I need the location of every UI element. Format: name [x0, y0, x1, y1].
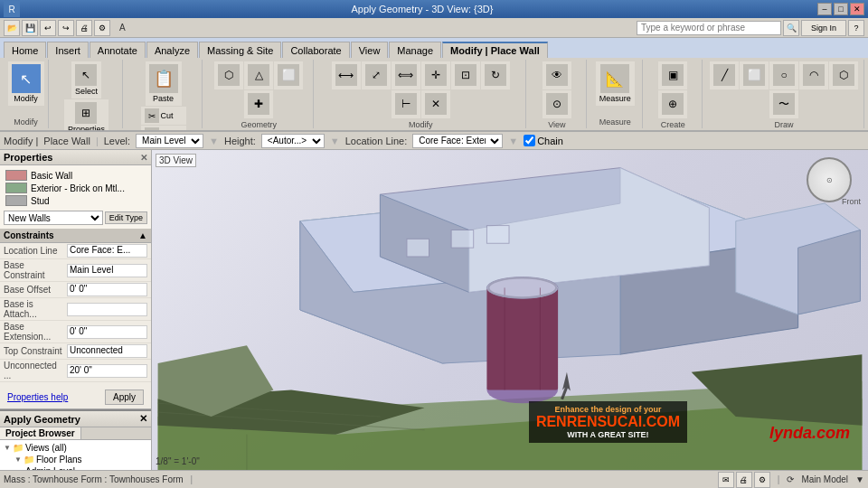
geo-btn3[interactable]: ⬜ [274, 61, 303, 89]
tab-modify-place-wall[interactable]: Modify | Place Wall [442, 42, 548, 58]
tab-view[interactable]: View [351, 42, 389, 58]
delete-btn[interactable]: ✕ [421, 90, 450, 118]
level-select[interactable]: Main Level [136, 134, 203, 148]
edit-type-btn[interactable]: Edit Type [105, 211, 147, 224]
help-btn[interactable]: ? [848, 20, 864, 36]
view-btn2[interactable]: ⊙ [542, 90, 571, 118]
minimize-btn[interactable]: – [817, 3, 832, 15]
draw-spline-btn[interactable]: 〜 [769, 90, 798, 118]
apply-button[interactable]: Apply [105, 389, 144, 405]
view-icon1: 👁 [546, 64, 568, 86]
trim-btn[interactable]: ⊢ [392, 90, 420, 118]
cope-btn[interactable]: © Cope [141, 126, 186, 132]
modify2-buttons: ⟷ ⤢ ⟺ ✛ ⊡ ↻ ⊢ ✕ [319, 61, 522, 118]
viewport-nav-widget[interactable]: ⊙ Front [807, 157, 861, 211]
create-btn2[interactable]: ⊕ [658, 90, 687, 118]
view-icon2: ⊙ [546, 93, 568, 115]
qa-print-btn[interactable]: 🖨 [76, 20, 92, 36]
status-model: Main Model [801, 474, 848, 484]
wall-type-stud: Stud [4, 194, 147, 207]
prop-value-top-constraint[interactable]: Unconnected [67, 344, 147, 358]
height-label: Height: [224, 136, 256, 146]
modify-btn[interactable]: ↖ Modify [8, 61, 44, 106]
nav-front-label: Front [842, 197, 861, 206]
paste-btn[interactable]: 📋 Paste [146, 61, 182, 106]
qa-redo-btn[interactable]: ↪ [58, 20, 74, 36]
tab-analyze[interactable]: Analyze [146, 42, 198, 58]
tab-manage[interactable]: Manage [389, 42, 441, 58]
tree-root[interactable]: ▼ 📁 Views (all) [2, 442, 149, 454]
ribbon-group-measure: 📐 Measure Measure [589, 60, 643, 128]
view-btn1[interactable]: 👁 [542, 61, 571, 89]
geo-btn2[interactable]: △ [244, 61, 273, 89]
rotate-btn[interactable]: ↻ [481, 61, 510, 89]
new-walls-select[interactable]: New Walls [4, 211, 103, 225]
close-btn[interactable]: ✕ [850, 3, 864, 15]
qa-save-btn[interactable]: 💾 [22, 20, 38, 36]
tree-item-admin[interactable]: Admin Level [24, 465, 149, 470]
nav-circle[interactable]: ⊙ [807, 157, 852, 202]
sign-in-btn[interactable]: Sign In [801, 20, 846, 36]
offset-btn[interactable]: ⤢ [362, 61, 391, 89]
create-btn1[interactable]: ▣ [658, 61, 687, 89]
chain-check[interactable]: Chain [524, 135, 563, 146]
copy-icon: ⊡ [455, 64, 476, 86]
viewport[interactable]: 3D View ⊙ Front 1/8" = 1'-0" Enhance the… [152, 150, 868, 470]
align-btn[interactable]: ⟷ [332, 61, 361, 89]
tree-floor-plans[interactable]: ▼ 📁 Floor Plans [13, 454, 149, 465]
copy-btn[interactable]: ⊡ [451, 61, 480, 89]
system-menu-btn[interactable]: R [4, 1, 20, 17]
prop-label-base-attach: Base is Attach... [4, 299, 67, 319]
create-icon1: ▣ [662, 64, 684, 86]
status-mail-btn[interactable]: ✉ [718, 472, 734, 488]
geo-icon1: ⬡ [218, 64, 240, 86]
toolbar-label: A [119, 23, 126, 33]
wall-type-exterior-label: Exterior - Brick on Mtl... [31, 183, 125, 193]
properties-close-btn[interactable]: ✕ [140, 153, 147, 163]
properties-btn[interactable]: ⊞ Properties [64, 99, 108, 132]
geo-btn1[interactable]: ⬡ [214, 61, 243, 89]
prop-value-location[interactable]: Core Face: E... [67, 244, 147, 258]
status-settings-btn[interactable]: ⚙ [754, 472, 770, 488]
tab-massing[interactable]: Massing & Site [199, 42, 281, 58]
command-bar: Modify | Place Wall | Level: Main Level … [0, 132, 868, 150]
properties-icon: ⊞ [75, 102, 97, 124]
properties-panel: Properties ✕ Basic Wall Exterior - Brick… [0, 150, 151, 409]
draw-poly-btn[interactable]: ⬡ [829, 61, 858, 89]
move-btn[interactable]: ✛ [421, 61, 450, 89]
prop-value-base-constraint[interactable]: Main Level [67, 264, 147, 277]
mirror-icon: ⟺ [395, 64, 417, 86]
search-input[interactable] [637, 21, 781, 35]
pb-tab-browser[interactable]: Project Browser [0, 427, 81, 439]
status-print-btn[interactable]: 🖨 [736, 472, 752, 488]
location-select[interactable]: Core Face: Exter... [412, 134, 503, 148]
constraints-header[interactable]: Constraints ▲ [0, 229, 151, 243]
maximize-btn[interactable]: □ [834, 3, 848, 15]
properties-help-link[interactable]: Properties help [4, 390, 71, 404]
cut-btn[interactable]: ✂ Cut [141, 107, 186, 125]
chain-checkbox[interactable] [524, 135, 535, 146]
qa-settings-btn[interactable]: ⚙ [94, 20, 110, 36]
prop-top-constraint: Top Constraint Unconnected [0, 343, 151, 360]
search-btn[interactable]: 🔍 [783, 20, 799, 36]
tab-home[interactable]: Home [4, 42, 46, 58]
select-btn[interactable]: ↖ Select [71, 61, 101, 99]
prop-value-unconnected[interactable]: 20' 0" [67, 364, 147, 378]
tab-insert[interactable]: Insert [47, 42, 89, 58]
draw-line-btn[interactable]: ╱ [710, 61, 739, 89]
tab-annotate[interactable]: Annotate [90, 42, 146, 58]
prop-value-base-offset[interactable]: 0' 0" [67, 283, 147, 296]
geo-btn4[interactable]: ✚ [244, 90, 273, 118]
measure-btn[interactable]: 📐 Measure [596, 61, 635, 106]
draw-rect-btn[interactable]: ⬜ [740, 61, 769, 89]
pb-close-btn[interactable]: ✕ [139, 413, 147, 425]
qa-undo-btn[interactable]: ↩ [40, 20, 56, 36]
draw-circle-btn[interactable]: ○ [769, 61, 798, 89]
height-select[interactable]: <Autor...> [261, 134, 325, 148]
draw-arc-btn[interactable]: ◠ [799, 61, 828, 89]
viewport-scale-label: 1/8" = 1'-0" [156, 456, 200, 466]
tab-collaborate[interactable]: Collaborate [282, 42, 349, 58]
prop-value-base-ext[interactable]: 0' 0" [67, 325, 147, 339]
qa-open-btn[interactable]: 📂 [4, 20, 20, 36]
mirror-btn[interactable]: ⟺ [392, 61, 420, 89]
